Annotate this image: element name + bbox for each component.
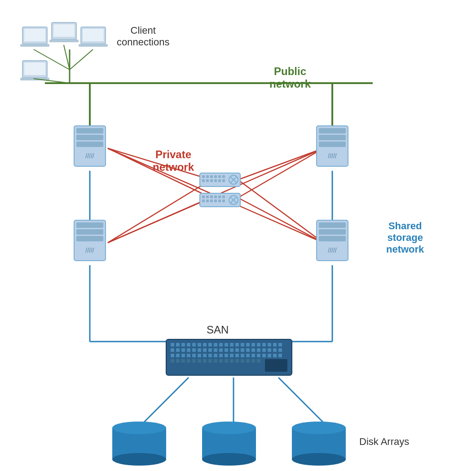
svg-point-181 — [292, 422, 346, 434]
svg-rect-69 — [214, 179, 217, 182]
svg-rect-125 — [235, 348, 239, 352]
svg-rect-28 — [81, 27, 106, 44]
svg-rect-131 — [268, 348, 271, 352]
svg-rect-98 — [203, 343, 207, 347]
svg-rect-63 — [214, 175, 217, 178]
svg-text://///: ///// — [328, 152, 337, 160]
svg-rect-143 — [219, 354, 223, 357]
svg-point-72 — [229, 175, 238, 184]
svg-rect-171 — [257, 359, 260, 363]
svg-rect-25 — [52, 22, 76, 40]
svg-rect-78 — [210, 196, 213, 198]
svg-rect-52 — [76, 236, 103, 241]
shared-storage-label: Sharedstoragenetwork — [386, 220, 424, 255]
svg-rect-31 — [22, 61, 47, 78]
svg-point-88 — [229, 196, 238, 204]
svg-rect-100 — [214, 343, 217, 347]
svg-rect-49 — [74, 220, 106, 261]
svg-point-176 — [112, 422, 166, 434]
svg-rect-84 — [210, 200, 213, 202]
svg-line-12 — [108, 148, 323, 243]
svg-rect-96 — [192, 343, 196, 347]
svg-rect-112 — [278, 343, 282, 347]
svg-rect-133 — [278, 348, 282, 352]
svg-rect-182 — [292, 428, 346, 459]
svg-rect-152 — [268, 354, 271, 357]
svg-rect-164 — [219, 359, 223, 363]
svg-point-177 — [202, 422, 256, 434]
svg-rect-46 — [319, 135, 346, 140]
svg-rect-140 — [203, 354, 207, 357]
svg-rect-44 — [317, 126, 348, 166]
svg-rect-50 — [76, 222, 103, 228]
svg-rect-123 — [225, 348, 228, 352]
svg-rect-24 — [20, 44, 49, 47]
svg-line-20 — [238, 180, 323, 243]
svg-rect-126 — [241, 348, 244, 352]
svg-rect-113 — [171, 348, 174, 352]
svg-rect-22 — [22, 27, 47, 44]
svg-rect-116 — [187, 348, 190, 352]
svg-rect-134 — [171, 354, 174, 357]
svg-rect-114 — [176, 348, 180, 352]
svg-rect-101 — [219, 343, 223, 347]
svg-rect-86 — [218, 200, 221, 202]
svg-point-183 — [292, 453, 346, 466]
svg-line-17 — [238, 148, 323, 198]
svg-line-38 — [34, 79, 70, 83]
svg-rect-64 — [218, 175, 221, 178]
svg-rect-128 — [251, 348, 255, 352]
svg-line-37 — [70, 49, 93, 70]
svg-rect-109 — [262, 343, 266, 347]
svg-rect-91 — [166, 339, 292, 375]
svg-point-179 — [202, 453, 256, 466]
svg-rect-27 — [49, 40, 79, 42]
svg-rect-59 — [200, 173, 240, 187]
svg-rect-85 — [214, 200, 217, 202]
svg-rect-62 — [210, 175, 213, 178]
svg-rect-111 — [273, 343, 277, 347]
svg-rect-139 — [198, 354, 201, 357]
private-network-label: Privatenetwork — [153, 148, 194, 173]
svg-rect-79 — [214, 196, 217, 198]
svg-line-19 — [108, 198, 211, 243]
svg-rect-156 — [176, 359, 180, 363]
svg-rect-169 — [246, 359, 250, 363]
svg-rect-119 — [203, 348, 207, 352]
svg-point-184 — [292, 422, 346, 434]
svg-rect-32 — [24, 62, 45, 75]
svg-rect-67 — [206, 179, 209, 182]
svg-rect-159 — [192, 359, 196, 363]
svg-rect-29 — [83, 29, 104, 41]
svg-rect-47 — [319, 142, 346, 147]
svg-rect-130 — [262, 348, 266, 352]
svg-rect-54 — [317, 220, 348, 261]
svg-rect-57 — [319, 236, 346, 241]
svg-rect-136 — [181, 354, 185, 357]
svg-rect-110 — [268, 343, 271, 347]
svg-rect-45 — [319, 128, 346, 133]
svg-rect-115 — [181, 348, 185, 352]
svg-rect-102 — [225, 343, 228, 347]
svg-rect-94 — [181, 343, 185, 347]
svg-rect-124 — [230, 348, 234, 352]
svg-rect-41 — [76, 135, 103, 140]
svg-rect-121 — [214, 348, 217, 352]
svg-rect-82 — [202, 200, 205, 202]
svg-rect-155 — [171, 359, 174, 363]
svg-rect-42 — [76, 142, 103, 147]
svg-rect-99 — [208, 343, 212, 347]
svg-rect-132 — [273, 348, 277, 352]
svg-rect-83 — [206, 200, 209, 202]
san-label: SAN — [207, 324, 229, 336]
svg-line-35 — [34, 49, 70, 70]
svg-rect-144 — [225, 354, 228, 357]
svg-rect-127 — [246, 348, 250, 352]
svg-line-74 — [231, 177, 236, 182]
svg-rect-154 — [278, 354, 282, 357]
svg-rect-162 — [208, 359, 212, 363]
svg-rect-157 — [181, 359, 185, 363]
svg-rect-65 — [222, 175, 225, 178]
svg-rect-161 — [203, 359, 207, 363]
svg-rect-142 — [214, 354, 217, 357]
